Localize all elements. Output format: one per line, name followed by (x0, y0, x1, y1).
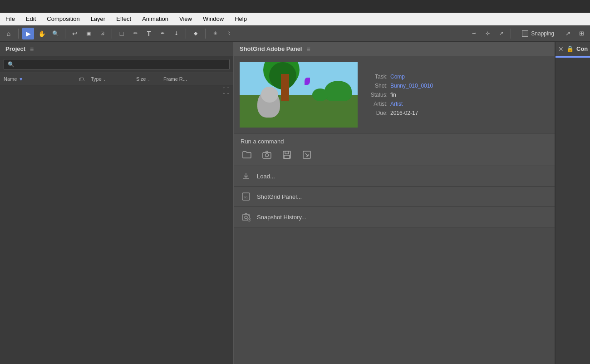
folder-cmd-button[interactable] (241, 148, 253, 161)
snapping-area: Snapping (522, 30, 554, 37)
track1-button[interactable]: ⊸ (468, 28, 480, 39)
shotgrid-panel-label: ShotGrid Panel... (257, 193, 302, 200)
run-command-title: Run a command (241, 138, 548, 145)
eraser-button[interactable]: ◆ (190, 28, 202, 39)
shotgrid-icon: sg (241, 191, 251, 202)
task-value[interactable]: Comp (390, 74, 405, 80)
bush-mid (312, 89, 328, 101)
toolbar-separator-6 (511, 29, 511, 39)
menu-effect[interactable]: Effect (114, 15, 133, 23)
col-name[interactable]: Name ▼ (2, 76, 74, 82)
selection-button[interactable]: ▶ (22, 28, 34, 39)
col-size[interactable]: Size . (134, 76, 162, 82)
tree-trunk (281, 74, 289, 101)
snapshot-history-label: Snapshot History... (257, 214, 306, 221)
artist-value[interactable]: Artist (390, 101, 403, 107)
right-panel-close-button[interactable]: ✕ (558, 45, 564, 53)
export-cmd-button[interactable] (300, 148, 313, 161)
undo-button[interactable]: ↩ (69, 28, 81, 39)
right-panel-tab-label: Con (576, 45, 588, 52)
svg-text:sg: sg (244, 195, 247, 199)
col-type[interactable]: Type . (89, 76, 134, 82)
svg-point-1 (266, 154, 269, 157)
bush-right (324, 81, 352, 101)
due-row: Due: 2016-02-17 (365, 110, 549, 116)
due-label: Due: (365, 110, 388, 116)
menu-bar: File Edit Composition Layer Effect Anima… (0, 13, 590, 25)
toolbar-separator-2 (65, 29, 65, 39)
sort-arrow-icon: ▼ (19, 77, 23, 82)
shotgrid-panel-item[interactable]: sg ShotGrid Panel... (234, 187, 555, 207)
video-button[interactable]: ▣ (83, 28, 94, 39)
center-panel: ShotGrid Adobe Panel ≡ (234, 42, 555, 364)
camera-cmd-button[interactable] (261, 148, 273, 161)
text-button[interactable]: T (143, 28, 155, 39)
snapping-label: Snapping (531, 30, 554, 37)
status-value: fin (390, 92, 396, 98)
command-icons-row (241, 148, 548, 161)
table-header: Name ▼ 🏷 . Type . Size . Frame R... (0, 73, 233, 85)
grid-button[interactable]: ⊞ (575, 28, 587, 39)
menu-file[interactable]: File (4, 15, 17, 23)
artist-label: Artist: (365, 101, 388, 107)
due-value: 2016-02-17 (390, 110, 418, 116)
shot-info: Task: Comp Shot: Bunny_010_0010 Status: … (234, 56, 555, 133)
load-command-item[interactable]: Load... (234, 166, 555, 187)
toolbar-separator-4 (186, 29, 186, 39)
menu-help[interactable]: Help (233, 15, 249, 23)
menu-composition[interactable]: Composition (45, 15, 81, 23)
menu-edit[interactable]: Edit (24, 15, 38, 23)
rect-button[interactable]: □ (116, 28, 128, 39)
left-panel-header: Project ≡ (0, 42, 233, 56)
right-panel: ✕ 🔒 Con (555, 42, 590, 364)
project-panel-menu-icon[interactable]: ≡ (30, 45, 34, 53)
hand-button[interactable]: ✋ (36, 28, 48, 39)
snapping-checkbox[interactable] (522, 30, 528, 37)
thumbnail-scene (240, 62, 358, 128)
outer-top-border (0, 0, 590, 13)
stamp-button[interactable]: ⤓ (170, 28, 182, 39)
load-label: Load... (257, 173, 275, 180)
right-panel-lock-button[interactable]: 🔒 (566, 45, 574, 52)
col-frame-rate[interactable]: Frame R... (162, 76, 231, 82)
pen-button[interactable]: ✒ (157, 28, 168, 39)
zoom-button[interactable]: 🔍 (49, 28, 61, 39)
artist-row: Artist: Artist (365, 101, 549, 107)
menu-view[interactable]: View (177, 15, 194, 23)
menu-layer[interactable]: Layer (89, 15, 108, 23)
snapshot-history-icon (241, 212, 251, 222)
search-input[interactable] (4, 59, 230, 70)
status-label: Status: (365, 92, 388, 98)
puppet-button[interactable]: ✳ (209, 28, 221, 39)
toolbar-separator-7 (558, 29, 558, 39)
home-button[interactable]: ⌂ (3, 28, 15, 39)
search-area (0, 56, 233, 73)
center-panel-header: ShotGrid Adobe Panel ≡ (234, 42, 555, 56)
status-row: Status: fin (365, 92, 549, 98)
collapse-button[interactable]: ↗ (562, 28, 574, 39)
shot-thumbnail (240, 62, 358, 128)
toolbar-separator-1 (18, 29, 19, 39)
svg-point-9 (245, 216, 247, 219)
menu-animation[interactable]: Animation (140, 15, 170, 23)
col-tag: 🏷 . (74, 76, 89, 82)
table-icon-area: ⛶ (222, 87, 230, 95)
region-button[interactable]: ⊡ (96, 28, 108, 39)
save-cmd-button[interactable] (280, 148, 293, 161)
shot-row: Shot: Bunny_010_0010 (365, 83, 549, 89)
track2-button[interactable]: ⊹ (482, 28, 493, 39)
task-label: Task: (365, 74, 388, 80)
load-icon (241, 171, 251, 182)
snapshot-history-item[interactable]: Snapshot History... (234, 207, 555, 227)
shot-details: Task: Comp Shot: Bunny_010_0010 Status: … (365, 62, 549, 128)
curve-button[interactable]: ⌇ (223, 28, 235, 39)
svg-rect-4 (284, 155, 290, 158)
flowchart-icon[interactable]: ⛶ (222, 87, 230, 95)
shot-value[interactable]: Bunny_010_0010 (390, 83, 433, 89)
menu-window[interactable]: Window (201, 15, 226, 23)
toolbar: ⌂ ▶ ✋ 🔍 ↩ ▣ ⊡ □ ✏ T ✒ ⤓ ◆ ✳ ⌇ ⊸ ⊹ ↗ Snap… (0, 25, 590, 42)
shotgrid-panel-menu-icon[interactable]: ≡ (306, 45, 310, 53)
toolbar-separator-5 (205, 29, 206, 39)
paint-button[interactable]: ✏ (129, 28, 141, 39)
track3-button[interactable]: ↗ (495, 28, 507, 39)
